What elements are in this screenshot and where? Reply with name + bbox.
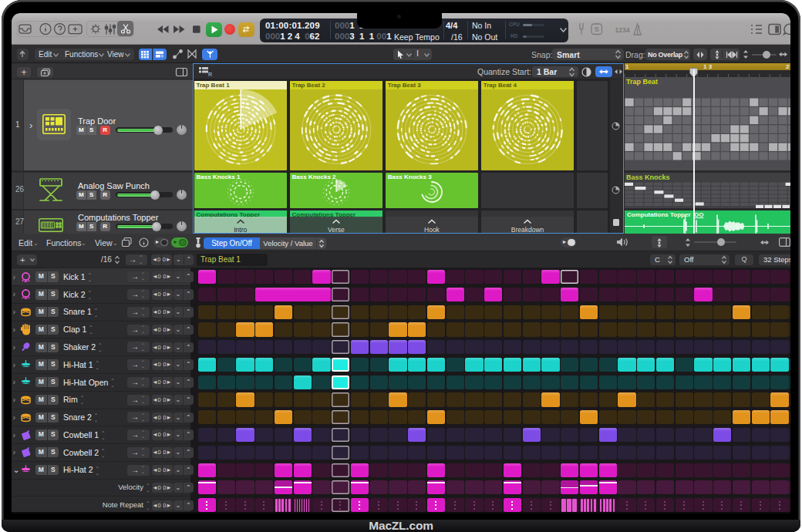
svg-text:S: S [595,25,599,33]
svg-text:1234: 1234 [615,26,630,34]
